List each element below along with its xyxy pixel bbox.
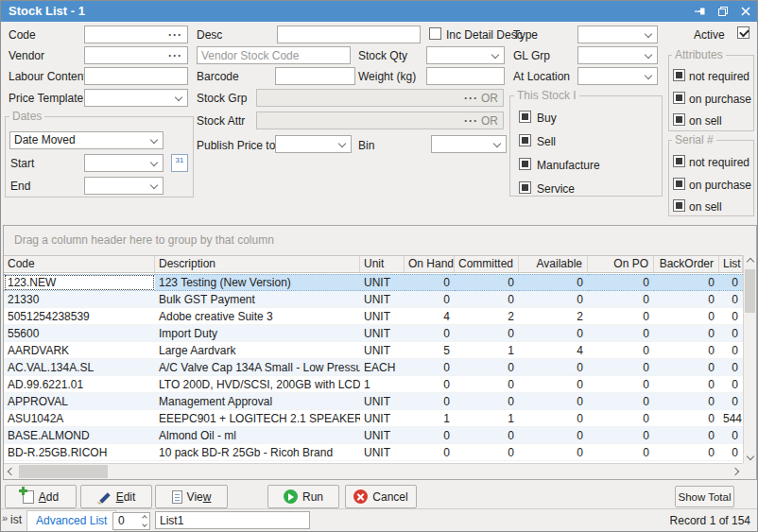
cell-list[interactable]: 0 [719, 308, 743, 325]
cell-onpo[interactable]: 0 [588, 410, 654, 427]
stock-grp-field[interactable]: ··· OR [256, 89, 504, 107]
cell-committed[interactable]: 0 [455, 376, 519, 393]
labour-content-field[interactable] [84, 67, 188, 85]
cell-onhand[interactable]: 1 [405, 410, 455, 427]
cell-description[interactable]: 123 Testing (New Version) [155, 274, 360, 291]
cell-description[interactable]: Import Duty [155, 325, 360, 342]
cell-committed[interactable]: 0 [455, 444, 519, 461]
scroll-up-icon[interactable] [744, 255, 757, 268]
cell-unit[interactable]: 1 [360, 376, 405, 393]
column-header-description[interactable]: Description [155, 256, 360, 272]
cell-list[interactable]: 0 [719, 444, 743, 461]
vendor-stock-code-field[interactable] [197, 46, 351, 64]
cell-backorder[interactable]: 0 [654, 359, 719, 376]
cell-backorder[interactable]: 0 [654, 376, 719, 393]
column-header-code[interactable]: Code [4, 256, 155, 272]
cell-code[interactable]: ASU1042A [4, 410, 155, 427]
cell-committed[interactable]: 1 [455, 342, 519, 359]
cell-onpo[interactable]: 0 [588, 308, 654, 325]
column-header-backorder[interactable]: BackOrder [654, 256, 719, 272]
grid-row[interactable]: 5051254238539Adobe creative Suite 3UNIT4… [4, 308, 743, 325]
horizontal-scroll-thumb[interactable] [19, 465, 108, 478]
cell-description[interactable]: Bulk GST Payment [155, 291, 360, 308]
tab-list-clipped[interactable]: ist [9, 510, 28, 532]
column-header-onpo[interactable]: On PO [588, 256, 654, 272]
cell-list[interactable]: 0 [719, 274, 743, 291]
cell-description[interactable]: 10 pack BD-R 25Gb - Ricoh Brand [155, 444, 360, 461]
cell-unit[interactable]: UNIT [360, 410, 405, 427]
publish-price-to-select[interactable] [275, 135, 352, 153]
vendor-lookup-button[interactable]: ··· [168, 48, 182, 63]
cell-unit[interactable]: UNIT [360, 325, 405, 342]
cell-onpo[interactable]: 0 [588, 342, 654, 359]
cell-available[interactable]: 4 [519, 342, 588, 359]
list-name-input[interactable] [155, 511, 310, 529]
cell-available[interactable]: 0 [519, 291, 588, 308]
cell-backorder[interactable]: 0 [654, 342, 719, 359]
cell-onhand[interactable]: 0 [405, 376, 455, 393]
cell-onhand[interactable]: 0 [405, 274, 455, 291]
sell-checkbox[interactable] [519, 134, 531, 146]
stock-attr-field[interactable]: ··· OR [256, 112, 504, 129]
stock-grp-lookup-button[interactable]: ··· [464, 91, 478, 106]
cell-list[interactable]: 0 [719, 427, 743, 444]
column-header-onhand[interactable]: On Hand [405, 256, 455, 272]
stepper-down-icon[interactable] [142, 522, 147, 527]
attr-on-purchase-checkbox[interactable] [673, 92, 685, 104]
cell-backorder[interactable]: 0 [654, 274, 719, 291]
cell-unit[interactable]: UNIT [360, 427, 405, 444]
cell-list[interactable]: 544 [719, 410, 743, 427]
cell-code[interactable]: 123.NEW [4, 274, 155, 291]
cell-backorder[interactable]: 0 [654, 325, 719, 342]
cell-list[interactable]: 0 [719, 359, 743, 376]
cell-code[interactable]: 21330 [4, 291, 155, 308]
cancel-button[interactable]: Cancel [345, 485, 417, 508]
bin-select[interactable] [431, 135, 507, 153]
cell-onpo[interactable]: 0 [588, 427, 654, 444]
date-field-select[interactable]: Date Moved [9, 131, 164, 149]
cell-onhand[interactable]: 0 [405, 427, 455, 444]
grid-row[interactable]: BASE.ALMONDAlmond Oil - mlUNIT000000 [4, 427, 743, 444]
cell-committed[interactable]: 0 [455, 359, 519, 376]
cell-code[interactable]: AC.VAL.134A.SL [4, 359, 155, 376]
desc-field[interactable] [277, 26, 421, 43]
manufacture-checkbox[interactable] [519, 158, 531, 170]
cell-unit[interactable]: UNIT [360, 291, 405, 308]
weight-field[interactable] [426, 67, 505, 85]
cell-onpo[interactable]: 0 [588, 393, 654, 410]
vertical-scroll-thumb[interactable] [745, 269, 755, 313]
cell-onhand[interactable]: 0 [405, 444, 455, 461]
attr-on-sell-checkbox[interactable] [673, 113, 685, 126]
scroll-down-icon[interactable] [744, 450, 757, 463]
stepper-up-icon[interactable] [142, 515, 147, 521]
horizontal-scrollbar[interactable] [4, 463, 743, 479]
cell-description[interactable]: Management Approval [155, 393, 360, 410]
stock-attr-lookup-button[interactable]: ··· [464, 113, 478, 129]
tab-overflow-icon[interactable]: » [2, 512, 8, 523]
cell-backorder[interactable]: 0 [654, 291, 719, 308]
cell-onhand[interactable]: 0 [405, 325, 455, 342]
grid-row[interactable]: AARDVARKLarge AardvarkUNIT514000 [4, 342, 743, 359]
group-by-panel[interactable]: Drag a column header here to group by th… [4, 226, 756, 255]
cell-onhand[interactable]: 0 [405, 359, 455, 376]
cell-committed[interactable]: 0 [455, 291, 519, 308]
grid-row[interactable]: 123.NEW123 Testing (New Version)UNIT0000… [4, 274, 743, 291]
cell-backorder[interactable]: 0 [654, 427, 719, 444]
barcode-field[interactable] [275, 67, 355, 85]
cell-unit[interactable]: UNIT [360, 308, 405, 325]
column-header-unit[interactable]: Unit [360, 256, 405, 272]
cell-available[interactable]: 0 [519, 427, 588, 444]
code-lookup-button[interactable]: ··· [168, 27, 182, 43]
end-date-select[interactable] [84, 177, 164, 195]
cell-available[interactable]: 0 [519, 444, 588, 461]
cell-description[interactable]: EEEPC901 + LOGITECH 2.1 SPEAKER/HUB [155, 410, 360, 427]
cell-unit[interactable]: UNIT [360, 393, 405, 410]
inc-detail-desc-checkbox[interactable] [429, 27, 441, 40]
cell-code[interactable]: 5051254238539 [4, 308, 155, 325]
show-total-button[interactable]: Show Total [675, 486, 734, 507]
type-select[interactable] [577, 26, 658, 43]
cell-onpo[interactable]: 0 [588, 291, 654, 308]
column-header-available[interactable]: Available [519, 256, 588, 272]
cell-onpo[interactable]: 0 [588, 376, 654, 393]
vendor-field[interactable]: ··· [84, 46, 188, 64]
